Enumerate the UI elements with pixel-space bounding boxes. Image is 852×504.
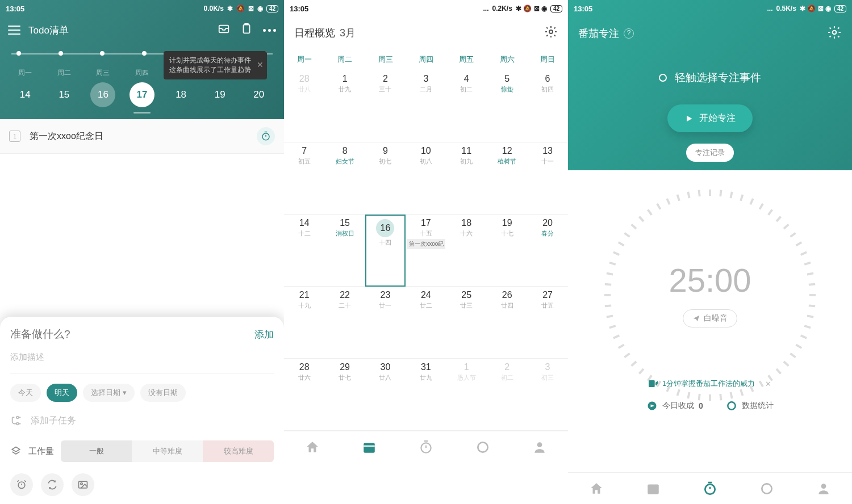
day-17[interactable]: 17 — [123, 82, 162, 107]
chip-today[interactable]: 今天 — [10, 384, 41, 402]
calendar-day-21[interactable]: 21十九 — [284, 287, 324, 359]
calendar-day-8[interactable]: 8妇女节 — [324, 142, 365, 215]
gear-icon[interactable] — [544, 25, 558, 41]
calendar-day-1[interactable]: 1廿九 — [324, 70, 365, 142]
inbox-icon[interactable] — [218, 23, 230, 37]
select-event-row[interactable]: 轻触选择专注事件 — [568, 70, 852, 85]
day-18[interactable]: 18 — [161, 82, 201, 107]
drag-handle[interactable] — [133, 112, 151, 114]
day-16[interactable]: 16 — [83, 82, 123, 107]
calendar-day-22[interactable]: 22二十 — [324, 287, 365, 359]
calendar-day-11[interactable]: 11初九 — [446, 142, 487, 215]
nav-profile[interactable] — [795, 481, 852, 496]
calendar-day-3[interactable]: 3二月 — [406, 70, 446, 142]
chip-pick-date[interactable]: 选择日期 ▾ — [83, 384, 135, 402]
svg-line-54 — [619, 345, 624, 348]
focus-record-chip[interactable]: 专注记录 — [686, 144, 734, 162]
image-icon[interactable] — [72, 473, 94, 496]
gear-icon[interactable] — [827, 25, 842, 42]
calendar-day-18[interactable]: 18十六 — [446, 215, 487, 287]
calendar-day-1[interactable]: 1愚人节 — [446, 359, 487, 431]
repeat-icon[interactable] — [41, 473, 64, 496]
nav-timer[interactable] — [682, 481, 738, 496]
alarm-icon[interactable] — [10, 473, 33, 496]
svg-line-56 — [609, 326, 616, 328]
calendar-day-5[interactable]: 5惊蛰 — [487, 70, 527, 142]
svg-point-11 — [478, 442, 487, 452]
task-item[interactable]: 1 第一次xxoo纪念日 — [0, 119, 284, 154]
add-button[interactable]: 添加 — [254, 328, 274, 341]
nav-timer[interactable] — [398, 440, 454, 455]
calendar-day-13[interactable]: 13十一 — [527, 142, 567, 215]
nav-calendar[interactable] — [625, 481, 682, 496]
subtask-row[interactable]: 添加子任务 — [10, 414, 274, 427]
svg-line-58 — [605, 305, 611, 306]
svg-point-79 — [762, 484, 771, 493]
calendar-day-12[interactable]: 12植树节 — [487, 142, 527, 215]
svg-line-72 — [688, 192, 689, 198]
status-time: 13:05 — [6, 5, 24, 13]
seg-normal[interactable]: 一般 — [61, 440, 132, 462]
calendar-day-4[interactable]: 4初二 — [446, 70, 487, 142]
nav-profile[interactable] — [511, 440, 568, 455]
calendar-day-26[interactable]: 26廿四 — [487, 287, 527, 359]
calendar-day-3[interactable]: 3初三 — [527, 359, 567, 431]
svg-line-64 — [619, 242, 624, 246]
close-icon[interactable]: ✕ — [257, 60, 264, 71]
seg-mid[interactable]: 中等难度 — [132, 440, 203, 462]
svg-line-28 — [809, 284, 815, 285]
desc-input[interactable]: 添加描述 — [10, 352, 274, 363]
start-focus-button[interactable]: 开始专注 — [667, 104, 753, 132]
calendar-day-30[interactable]: 30廿八 — [365, 359, 406, 431]
calendar-day-20[interactable]: 20春分 — [527, 215, 567, 287]
calendar-day-2[interactable]: 2初二 — [487, 359, 527, 431]
calendar-day-10[interactable]: 10初八 — [406, 142, 446, 215]
calendar-day-31[interactable]: 31廿九 — [406, 359, 446, 431]
calendar-day-9[interactable]: 9初七 — [365, 142, 406, 215]
calendar-header: 日程概览 3月 — [284, 17, 568, 49]
chip-tomorrow[interactable]: 明天 — [47, 384, 77, 402]
clipboard-icon[interactable] — [240, 23, 253, 37]
day-14[interactable]: 14 — [6, 82, 45, 107]
day-20[interactable]: 20 — [239, 82, 278, 107]
calendar-day-7[interactable]: 7初五 — [284, 142, 324, 215]
help-icon[interactable]: ? — [624, 28, 634, 39]
svg-line-50 — [648, 375, 652, 380]
calendar-day-16[interactable]: 16十四 — [365, 215, 406, 287]
page-title: 日程概览 — [294, 26, 335, 40]
task-title: 第一次xxoo纪念日 — [30, 131, 257, 142]
calendar-day-2[interactable]: 2三十 — [365, 70, 406, 142]
task-checkbox[interactable]: 1 — [9, 131, 20, 142]
nav-home[interactable] — [284, 440, 341, 455]
calendar-day-14[interactable]: 14十二 — [284, 215, 324, 287]
bluetooth-icon: ✱ — [227, 5, 233, 12]
calendar-day-19[interactable]: 19十七 — [487, 215, 527, 287]
calendar-day-27[interactable]: 27廿五 — [527, 287, 567, 359]
calendar-day-17[interactable]: 17十五第一次xxoo纪 — [406, 215, 446, 287]
menu-icon[interactable] — [8, 26, 20, 35]
nav-calendar[interactable] — [341, 440, 398, 455]
calendar-day-6[interactable]: 6初四 — [527, 70, 567, 142]
nav-home[interactable] — [568, 481, 625, 496]
calendar-day-29[interactable]: 29廿七 — [324, 359, 365, 431]
day-15[interactable]: 15 — [45, 82, 84, 107]
nav-progress[interactable] — [454, 440, 511, 455]
svg-line-30 — [809, 305, 815, 306]
calendar-day-28[interactable]: 28廿八 — [284, 70, 324, 142]
task-input[interactable] — [10, 328, 195, 341]
day-19[interactable]: 19 — [201, 82, 240, 107]
more-icon[interactable] — [263, 23, 276, 37]
svg-line-49 — [657, 381, 661, 387]
calendar-day-25[interactable]: 25廿三 — [446, 287, 487, 359]
subtask-icon — [10, 414, 23, 427]
nav-progress[interactable] — [738, 481, 795, 496]
calendar-day-28[interactable]: 28廿六 — [284, 359, 324, 431]
month-label[interactable]: 3月 — [340, 26, 356, 40]
seg-hard[interactable]: 较高难度 — [203, 440, 274, 462]
calendar-day-15[interactable]: 15消权日 — [324, 215, 365, 287]
timer-icon[interactable] — [257, 127, 275, 145]
calendar-day-23[interactable]: 23廿一 — [365, 287, 406, 359]
calendar-day-24[interactable]: 24廿二 — [406, 287, 446, 359]
chip-no-date[interactable]: 没有日期 — [140, 384, 186, 402]
svg-line-39 — [759, 381, 763, 387]
